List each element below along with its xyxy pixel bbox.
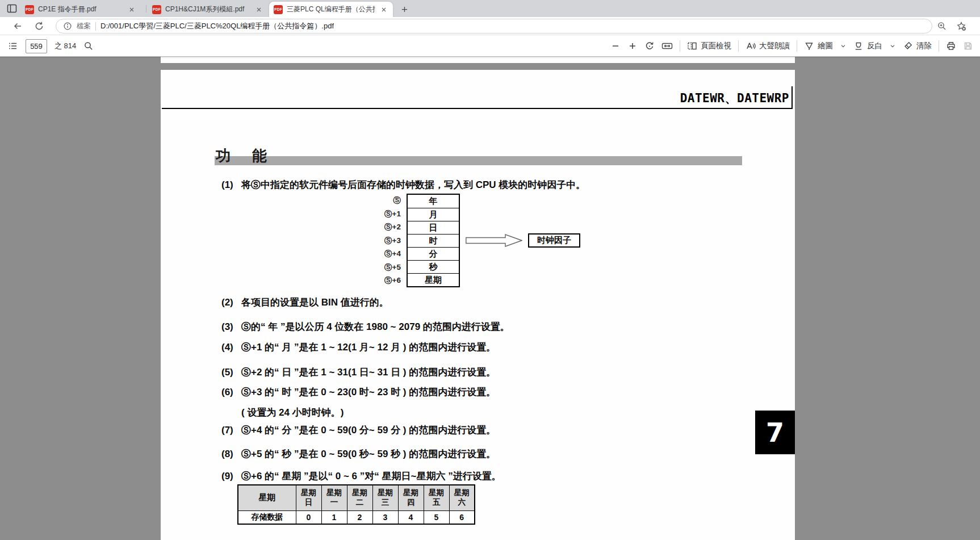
item-number: (4) [221, 341, 241, 353]
list-item: (8) Ⓢ+5 的“ 秒 ”是在 0 ~ 59(0 秒~ 59 秒 ) 的范围内… [221, 448, 755, 460]
item-number: (9) [221, 470, 241, 482]
clock-data-cell: 月 [408, 208, 459, 221]
page-view-button[interactable]: 頁面檢視 [687, 41, 731, 51]
print-icon[interactable] [946, 41, 956, 51]
highlight-button[interactable]: 反白 [853, 41, 882, 51]
list-item: (3) Ⓢ的“ 年 ”是以公历 4 位数在 1980 ~ 2079 的范围内进行… [221, 321, 755, 333]
page-number-input[interactable] [26, 39, 47, 53]
register-label: Ⓢ+6 [354, 274, 401, 287]
close-icon[interactable] [254, 5, 263, 14]
address-divider [95, 22, 96, 31]
clock-data-cell: 分 [408, 247, 459, 260]
clock-data-cell: 年 [408, 195, 459, 208]
highlighter-icon [853, 41, 864, 51]
diagram-clock-data-table: 年 月 日 时 分 秒 星期 [407, 194, 460, 287]
tab-title: CP1E 指令手冊.pdf [38, 5, 123, 14]
tab-title: 三菱PLC QL编程手册（公共指令 [287, 5, 375, 14]
register-label: Ⓢ+4 [354, 247, 401, 261]
item-number: (6) [221, 386, 241, 398]
info-icon[interactable] [63, 22, 72, 31]
register-label: Ⓢ+3 [354, 234, 401, 248]
item-text: Ⓢ+6 的“ 星期 ”是以“ 0 ~ 6 ”对“ 星期日~星期六 ”进行设置。 [241, 470, 501, 482]
pdf-page: DATEWR、DATEWRP 功 能 (1) 将Ⓢ中指定的软元件编号后面存储的时… [161, 70, 795, 540]
hollow-arrow-icon [466, 234, 522, 247]
page-view-icon [687, 41, 697, 51]
draw-chevron-down-icon[interactable] [840, 43, 847, 49]
previous-page-bottom [161, 57, 795, 63]
highlight-chevron-down-icon[interactable] [889, 43, 896, 49]
item-text: Ⓢ+1 的“ 月 ”是在 1 ~ 12(1 月~ 12 月 ) 的范围内进行设置… [241, 341, 496, 353]
search-icon[interactable] [83, 41, 94, 51]
tab-cp1e[interactable]: PDF CP1E 指令手冊.pdf [20, 2, 145, 17]
draw-button[interactable]: 繪圖 [804, 41, 833, 51]
eraser-icon [903, 41, 913, 51]
section-bar [215, 156, 742, 165]
refresh-icon[interactable] [34, 21, 44, 31]
item-text: 各项目的设置是以 BIN 值进行的。 [241, 296, 389, 308]
read-aloud-label: 大聲朗讀 [759, 41, 790, 51]
page-number: 7 [766, 417, 784, 448]
clock-data-cell: 星期 [408, 273, 459, 286]
list-item: (4) Ⓢ+1 的“ 月 ”是在 1 ~ 12(1 月~ 12 月 ) 的范围内… [221, 341, 755, 353]
page-number-tab: 7 [755, 411, 795, 454]
week-table-cell: 6 [449, 510, 475, 524]
table-of-contents-icon[interactable] [8, 41, 18, 51]
page-total-label: 之 814 [55, 41, 76, 51]
item-text: Ⓢ+3 的“ 时 ”是在 0 ~ 23(0 时~ 23 时 ) 的范围内进行设置… [241, 386, 496, 398]
zoom-in-icon[interactable] [627, 41, 638, 51]
zoom-page-icon[interactable] [937, 21, 947, 31]
tab-strip: PDF CP1E 指令手冊.pdf PDF CP1H&CJ1M系列模組.pdf … [0, 0, 980, 17]
tab-mitsubishi-ql-active[interactable]: PDF 三菱PLC QL编程手册（公共指令 [269, 2, 393, 17]
pdf-file-icon: PDF [274, 5, 283, 14]
week-table-cell: 4 [398, 510, 424, 524]
week-table-cell: 0 [296, 510, 321, 524]
draw-label: 繪圖 [818, 41, 833, 51]
week-value-table: 星期 星期日 星期一 星期二 星期三 星期四 星期五 星期六 存储数据 0 1 … [237, 484, 475, 525]
tab-separator [146, 5, 146, 12]
week-table-header: 星期六 [449, 485, 475, 510]
save-icon[interactable] [963, 41, 973, 51]
new-tab-button[interactable] [397, 2, 411, 16]
diagram-register-labels: Ⓢ Ⓢ+1 Ⓢ+2 Ⓢ+3 Ⓢ+4 Ⓢ+5 Ⓢ+6 [354, 194, 401, 287]
tab-actions-icon[interactable] [7, 3, 17, 14]
address-row: 檔案 D:/001/PLC學習/三菱PLC/三菱PLC%20QL编程手册（公共指… [0, 17, 980, 35]
list-item: (6) Ⓢ+3 的“ 时 ”是在 0 ~ 23(0 时~ 23 时 ) 的范围内… [221, 386, 755, 398]
title-rule [162, 108, 793, 109]
week-table-cell: 5 [424, 510, 449, 524]
close-icon[interactable] [379, 5, 388, 14]
item-number: (1) [221, 179, 241, 191]
register-label: Ⓢ+5 [354, 261, 401, 274]
pdf-toolbar: 之 814 頁面檢視 [0, 35, 980, 57]
week-table-header: 星期二 [347, 485, 372, 510]
week-table-header: 星期四 [398, 485, 424, 510]
week-table-header: 星期日 [296, 485, 321, 510]
browser-window: PDF CP1E 指令手冊.pdf PDF CP1H&CJ1M系列模組.pdf … [0, 0, 980, 540]
week-table-header: 星期一 [321, 485, 347, 510]
back-icon[interactable] [12, 21, 23, 31]
pen-nib-icon [804, 41, 814, 51]
rotate-icon[interactable] [644, 41, 655, 51]
tab-cp1h-cj1m[interactable]: PDF CP1H&CJ1M系列模組.pdf [148, 2, 268, 17]
item-number: (7) [221, 424, 241, 436]
week-table-cell: 3 [372, 510, 398, 524]
read-aloud-button[interactable]: 大聲朗讀 [746, 41, 790, 51]
pdf-viewport[interactable]: DATEWR、DATEWRP 功 能 (1) 将Ⓢ中指定的软元件编号后面存储的时… [0, 57, 980, 540]
favorite-star-icon[interactable] [956, 21, 966, 31]
erase-button[interactable]: 清除 [903, 41, 932, 51]
url-text[interactable]: D:/001/PLC學習/三菱PLC/三菱PLC%20QL编程手册（公共指令篇）… [100, 21, 334, 31]
item-text: 将Ⓢ中指定的软元件编号后面存储的时钟数据，写入到 CPU 模块的时钟因子中。 [241, 179, 585, 191]
fit-to-width-icon[interactable] [661, 41, 673, 51]
file-scheme-label: 檔案 [77, 22, 91, 31]
tab-title: CP1H&CJ1M系列模組.pdf [165, 5, 250, 14]
zoom-out-icon[interactable] [610, 41, 621, 51]
title-rule-riser [791, 86, 793, 109]
register-label: Ⓢ [354, 194, 401, 207]
list-item: (2) 各项目的设置是以 BIN 值进行的。 [221, 296, 755, 308]
week-table-cell: 1 [321, 510, 347, 524]
close-icon[interactable] [127, 5, 136, 14]
item-text: Ⓢ的“ 年 ”是以公历 4 位数在 1980 ~ 2079 的范围内进行设置。 [241, 321, 510, 333]
address-bar[interactable]: 檔案 D:/001/PLC學習/三菱PLC/三菱PLC%20QL编程手册（公共指… [56, 19, 932, 34]
item-number: (8) [221, 448, 241, 460]
list-item: (9) Ⓢ+6 的“ 星期 ”是以“ 0 ~ 6 ”对“ 星期日~星期六 ”进行… [221, 470, 755, 482]
item-number: (3) [221, 321, 241, 333]
